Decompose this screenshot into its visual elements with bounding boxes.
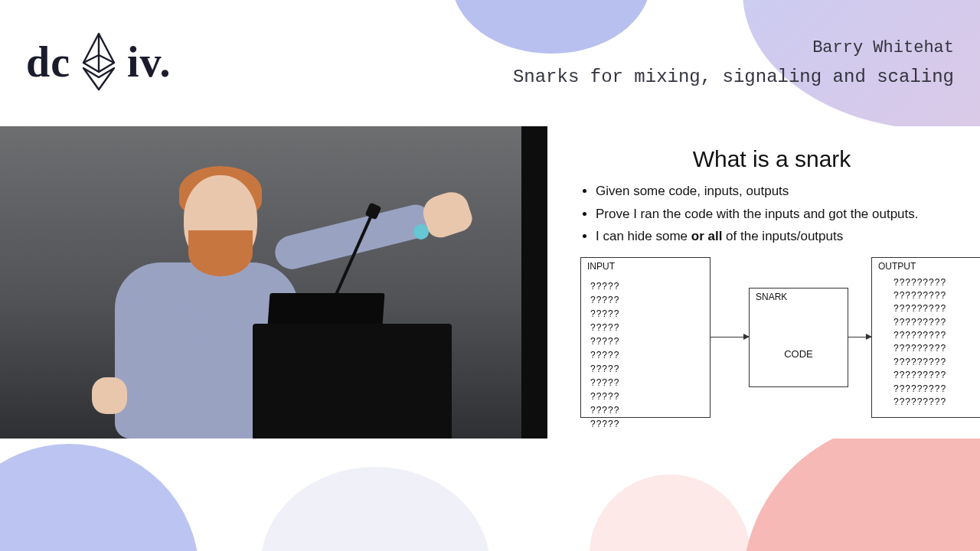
diagram-snark-box: SNARK CODE — [749, 288, 848, 387]
decorative-blob — [590, 474, 750, 551]
diagram-output-box: OUTPUT ?????????????????????????????????… — [871, 257, 980, 418]
input-lines: ????????????????????????????????????????… — [590, 279, 619, 431]
snark-label: SNARK — [756, 292, 787, 302]
logo-text-dc: dc — [26, 37, 70, 86]
header-talk-info: Barry Whitehat Snarks for mixing, signal… — [513, 38, 954, 87]
slide-title: What is a snark — [580, 146, 963, 172]
bullet-item: Prove I ran the code with the inputs and… — [596, 204, 963, 224]
arrow-icon — [848, 337, 871, 337]
arrow-icon — [710, 337, 749, 337]
output-label: OUTPUT — [878, 261, 916, 272]
logo-text-iv: iv. — [127, 37, 171, 86]
decorative-blob — [743, 421, 980, 551]
podium — [253, 324, 452, 439]
snark-code: CODE — [750, 348, 848, 360]
bullet-item: Given some code, inputs, outputs — [596, 181, 963, 201]
talk-title: Snarks for mixing, signaling and scaling — [513, 67, 954, 87]
snark-diagram: INPUT ??????????????????????????????????… — [580, 257, 963, 425]
ethereum-icon — [80, 32, 118, 92]
output-lines: ????????????????????????????????????????… — [893, 276, 946, 409]
bullet-item: I can hide some or all of the inputs/out… — [596, 227, 963, 246]
decorative-blob — [260, 467, 490, 551]
speaker-name: Barry Whitehat — [513, 38, 954, 57]
event-logo: dc iv. — [26, 32, 171, 92]
speaker-video-pane — [0, 126, 547, 439]
slide-pane: What is a snark Given some code, inputs,… — [559, 126, 980, 439]
slide-bullets: Given some code, inputs, outputs Prove I… — [596, 181, 963, 246]
decorative-blob — [0, 444, 199, 551]
diagram-input-box: INPUT ??????????????????????????????????… — [580, 257, 710, 418]
input-label: INPUT — [587, 261, 615, 272]
